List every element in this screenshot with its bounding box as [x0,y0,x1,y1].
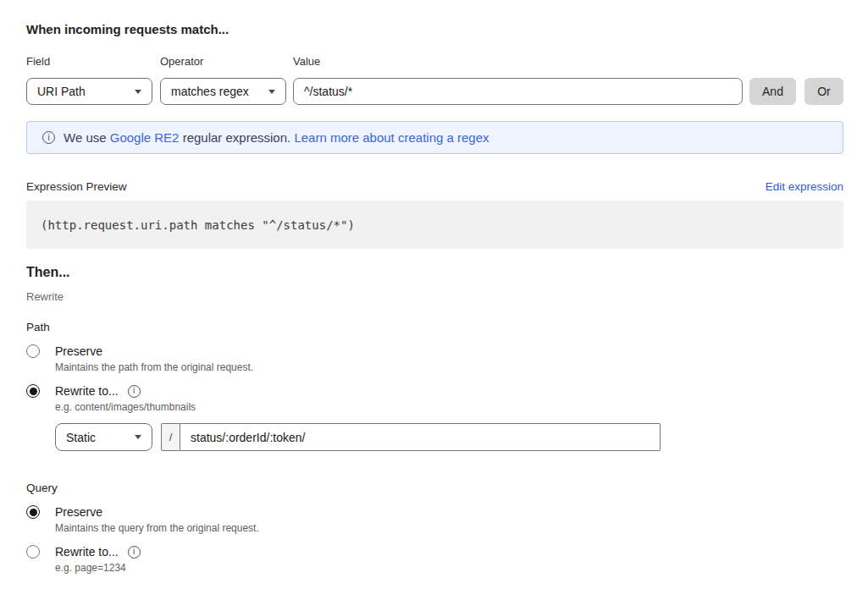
path-section-label: Path [26,321,843,334]
banner-text-middle: regular expression. [179,130,294,145]
chevron-down-icon [135,435,141,439]
query-rewrite-option: Rewrite to... i e.g. page=1234 [26,545,843,574]
query-rewrite-radio[interactable] [26,545,40,559]
query-preserve-body: Preserve Maintains the query from the or… [55,505,259,534]
or-button[interactable]: Or [804,78,843,105]
query-rewrite-label: Rewrite to... [55,545,119,559]
and-button[interactable]: And [749,78,796,105]
chevron-down-icon [135,90,141,94]
match-field-labels: Field Operator Value [26,55,843,68]
path-rewrite-body: Rewrite to... i e.g. content/images/thum… [55,384,196,413]
path-rewrite-hint: e.g. content/images/thumbnails [55,401,196,413]
path-preserve-body: Preserve Maintains the path from the ori… [55,344,253,373]
expression-preview-header: Expression Preview Edit expression [26,179,843,194]
chevron-down-icon [268,90,275,94]
path-preserve-radio[interactable] [26,344,40,358]
banner-text: We use Google RE2 regular expression. Le… [64,130,489,145]
regex-info-banner: i We use Google RE2 regular expression. … [26,121,843,154]
url-rewrite-rule-form: When incoming requests match... Field Op… [0,0,868,574]
query-preserve-description: Maintains the query from the original re… [55,522,259,534]
match-controls-row: URI Path matches regex And Or [26,78,843,105]
operator-select[interactable]: matches regex [160,78,286,105]
rewrite-type-value: Static [66,431,96,444]
path-rewrite-controls: Static / [55,423,843,451]
path-rewrite-input[interactable] [180,423,661,451]
info-icon[interactable]: i [128,385,141,398]
expression-code: (http.request.uri.path matches "^/status… [41,218,355,232]
rewrite-type-select[interactable]: Static [55,423,152,451]
expression-preview-label: Expression Preview [26,179,127,194]
path-preserve-option: Preserve Maintains the path from the ori… [26,344,843,373]
info-icon: i [42,131,55,144]
expression-preview-box: (http.request.uri.path matches "^/status… [26,201,843,249]
value-label: Value [293,55,843,68]
then-heading: Then... [26,264,843,280]
operator-label: Operator [160,55,286,68]
path-rewrite-label: Rewrite to... [55,384,119,398]
operator-select-value: matches regex [171,85,249,98]
query-rewrite-hint: e.g. page=1234 [55,562,141,574]
value-input[interactable] [293,78,743,105]
query-preserve-label: Preserve [55,505,259,519]
learn-more-regex-link[interactable]: Learn more about creating a regex [294,130,489,145]
banner-text-before: We use [64,130,110,145]
info-icon[interactable]: i [128,546,141,559]
action-name: Rewrite [26,290,843,303]
path-value-group: / [161,423,661,451]
google-re2-link[interactable]: Google RE2 [110,130,180,145]
field-select[interactable]: URI Path [26,78,152,105]
query-preserve-radio[interactable] [26,505,40,519]
path-preserve-description: Maintains the path from the original req… [55,361,253,373]
query-section-label: Query [26,482,843,495]
path-rewrite-radio[interactable] [26,384,40,398]
path-rewrite-option: Rewrite to... i e.g. content/images/thum… [26,384,843,413]
query-rewrite-body: Rewrite to... i e.g. page=1234 [55,545,141,574]
field-select-value: URI Path [37,85,86,98]
match-heading: When incoming requests match... [26,22,843,37]
path-prefix: / [161,423,180,451]
query-preserve-option: Preserve Maintains the query from the or… [26,505,843,534]
path-preserve-label: Preserve [55,344,253,358]
field-label: Field [26,55,152,68]
edit-expression-link[interactable]: Edit expression [766,179,843,194]
